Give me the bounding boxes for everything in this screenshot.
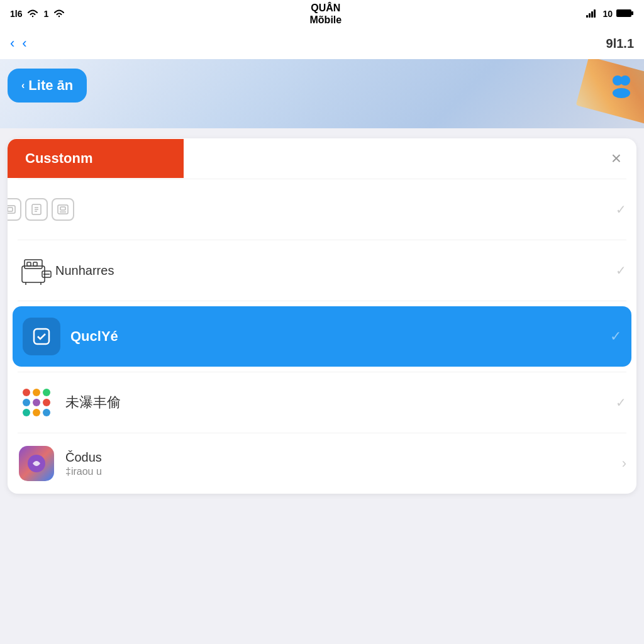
dot-9 [43,409,50,416]
list-item-icons[interactable]: ✓ [8,179,636,240]
quclye-title: QuclYé [70,328,610,345]
mini-icon-2 [25,198,48,221]
wifi-icon-1 [27,9,38,19]
svg-rect-9 [8,206,15,213]
carrier-name: QUÂN [310,2,342,14]
item-text-quclye: QuclYé [70,328,610,345]
status-center: QUÂN Mõbile [310,2,342,26]
card-container: Cusstonm × [8,138,636,494]
back-arrow-2[interactable]: ‹ [22,35,26,52]
svg-rect-1 [589,13,591,18]
item-text-nunharres: Nunharres [55,264,616,278]
custom-header: Cusstonm × [8,138,636,179]
dot-8 [33,409,40,416]
nav-back-arrows: ‹ ‹ [10,35,27,52]
status-left: 1l6 1 [10,9,65,19]
item-chevron-quclye: ✓ [610,328,621,345]
mini-icons-row [8,198,74,221]
svg-rect-26 [34,329,49,344]
dot-6 [43,399,50,406]
signal-strength-icon [586,9,599,19]
list-item-codus[interactable]: Čodus ‡iraou u › [8,433,636,494]
users-icon[interactable] [608,73,635,101]
signal-text-1: 1l6 [10,9,22,19]
svg-rect-20 [27,262,31,266]
svg-rect-21 [33,262,37,266]
mini-icon-1 [8,198,21,221]
carrier-mode: Mõbile [310,14,342,26]
hero-area [0,59,644,128]
svg-rect-4 [616,9,631,17]
codus-circle [19,446,54,481]
svg-rect-15 [58,205,68,214]
svg-rect-0 [586,15,588,18]
codus-title: Čodus [65,450,622,465]
dots-grid [23,389,50,416]
list-item-chinese[interactable]: 未瀑丰偷 ✓ [8,372,636,433]
chinese-title: 未瀑丰偷 [65,393,616,412]
list-item-nunharres[interactable]: Nunharres ✓ [8,240,636,301]
close-button[interactable]: × [596,138,636,179]
dots-icon-wrapper [18,384,55,421]
dot-2 [33,389,40,396]
mini-icon-3 [52,198,74,221]
item-check-nunharres: ✓ [616,263,626,278]
dot-1 [23,389,30,396]
svg-rect-2 [591,11,593,18]
item-icon-multi [18,191,55,228]
svg-point-8 [613,88,630,98]
signal-number: 10 [602,9,613,19]
svg-point-7 [620,75,630,86]
status-right: 10 [586,9,634,19]
svg-rect-10 [8,208,13,211]
back-arrow-1[interactable]: ‹ [10,35,14,52]
status-bar: 1l6 1 QUÂN Mõbile 10 [0,0,644,28]
item-text-codus: Čodus ‡iraou u [65,450,622,477]
battery-icon [616,9,634,19]
item-check-icons: ✓ [616,202,626,217]
nunharres-title: Nunharres [55,264,616,278]
machine-icon-wrapper [18,252,55,289]
signal-text-2: 1 [43,9,48,19]
item-check-chinese: ✓ [616,395,626,410]
dot-3 [43,389,50,396]
item-chevron-codus: › [622,455,626,472]
svg-rect-16 [60,207,65,210]
dot-4 [23,399,30,406]
custom-label: Cusstonm [8,139,184,178]
lite-label: Lite ān [28,77,73,94]
divider-2 [18,301,626,301]
lite-button[interactable]: ‹ Lite ān [8,69,87,103]
wifi-icon-2 [53,9,65,19]
main-content: Cusstonm × [0,128,644,504]
list-item-quclye[interactable]: QuclYé ✓ [13,306,631,367]
item-text-chinese: 未瀑丰偷 [65,393,616,412]
nav-bar: ‹ ‹ 9l1.1 [0,28,644,59]
codus-subtitle: ‡iraou u [65,466,622,477]
quclye-icon [23,318,60,355]
svg-rect-5 [631,11,633,15]
svg-rect-3 [594,9,596,18]
lite-chevron: ‹ [21,80,25,91]
nav-version: 9l1.1 [606,36,634,51]
codus-icon-wrapper [18,445,55,482]
dot-7 [23,409,30,416]
dot-5 [33,399,40,406]
